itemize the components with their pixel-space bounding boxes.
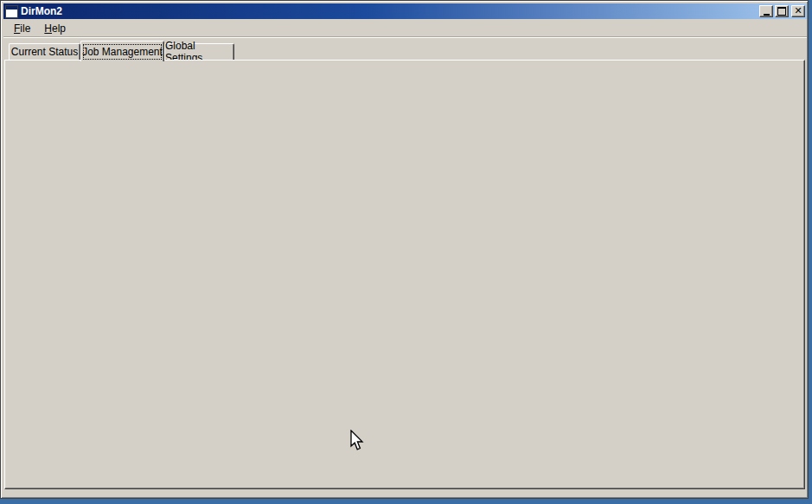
desktop: DirMon2 ✕ File Help Current Status Job M…: [0, 0, 812, 504]
minimize-button[interactable]: [759, 5, 773, 17]
tab-job-management[interactable]: Job Management: [80, 41, 164, 61]
close-icon: ✕: [794, 6, 802, 16]
window-title: DirMon2: [21, 5, 62, 17]
minimize-icon: [764, 14, 770, 16]
maximize-icon: [777, 7, 786, 16]
title-bar[interactable]: DirMon2 ✕: [3, 3, 807, 19]
tab-global-settings[interactable]: Global Settings: [164, 43, 234, 61]
app-window: DirMon2 ✕ File Help Current Status Job M…: [0, 0, 809, 499]
tab-label: Current Status: [11, 46, 78, 58]
app-icon: [5, 5, 18, 18]
tab-label: Job Management: [82, 46, 163, 58]
menu-separator: [3, 36, 807, 38]
close-button[interactable]: ✕: [791, 5, 805, 17]
menu-file[interactable]: File: [8, 21, 36, 36]
menu-bar: File Help: [3, 20, 807, 36]
menu-help[interactable]: Help: [38, 21, 72, 36]
tab-current-status[interactable]: Current Status: [9, 43, 80, 61]
job-management-page: [4, 60, 805, 489]
maximize-button[interactable]: [775, 5, 789, 17]
